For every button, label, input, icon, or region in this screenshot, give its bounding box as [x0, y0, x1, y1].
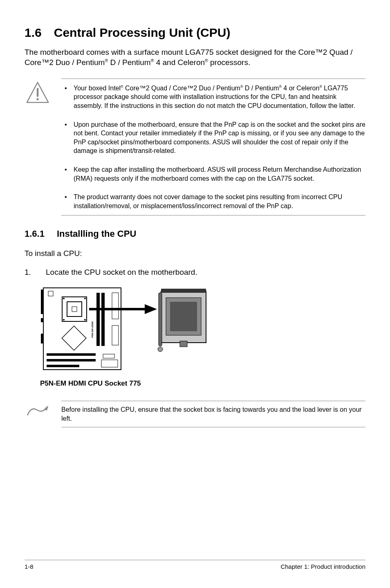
subsection-heading: 1.6.1 Installling the CPU: [25, 228, 365, 240]
section-title: Central Processing Unit (CPU): [54, 25, 231, 41]
svg-rect-24: [112, 325, 119, 345]
subsection-number: 1.6.1: [25, 228, 45, 240]
svg-rect-18: [62, 326, 86, 350]
svg-rect-3: [43, 288, 121, 370]
svg-rect-14: [48, 291, 53, 296]
warning-triangle-icon: [26, 79, 50, 216]
svg-point-13: [84, 319, 86, 321]
tip-text: Before installing the CPU, ensure that t…: [61, 401, 365, 427]
reg-mark: ®: [105, 58, 108, 63]
step-number: 1.: [25, 267, 36, 278]
page-footer: 1-8 Chapter 1: Product introduction: [25, 560, 365, 571]
svg-point-10: [63, 298, 65, 299]
svg-point-2: [36, 98, 38, 100]
warning-body: Your boxed Intel® Core™2 Quad / Core™2 D…: [61, 79, 365, 216]
pencil-note-icon: [26, 401, 50, 427]
svg-rect-16: [101, 293, 105, 346]
svg-point-12: [63, 319, 65, 321]
tip-body: Before installing the CPU, ensure that t…: [61, 401, 365, 427]
svg-rect-23: [103, 354, 114, 358]
svg-rect-6: [41, 334, 43, 343]
board-label-text: P5N-EM HDMI: [91, 321, 94, 338]
section-heading: 1.6 Central Processing Unit (CPU): [25, 25, 365, 41]
warning-item: The product warranty does not cover dama…: [61, 188, 365, 215]
warning-callout: Your boxed Intel® Core™2 Quad / Core™2 D…: [26, 79, 365, 216]
svg-rect-21: [47, 365, 79, 367]
install-intro: To install a CPU:: [25, 248, 365, 259]
svg-rect-30: [170, 302, 197, 331]
motherboard-diagram: P5N-EM HDMI: [40, 285, 365, 377]
warning-item: Keep the cap after installing the mother…: [61, 160, 365, 188]
svg-rect-19: [47, 353, 96, 356]
intro-text-b: D / Pentium: [108, 58, 151, 67]
svg-point-32: [158, 347, 163, 352]
tip-callout: Before installing the CPU, ensure that t…: [26, 401, 365, 427]
warning-item: Your boxed Intel® Core™2 Quad / Core™2 D…: [61, 79, 365, 115]
svg-rect-33: [180, 341, 187, 347]
divider: [61, 427, 365, 427]
motherboard-svg-icon: P5N-EM HDMI: [40, 285, 212, 375]
warning-item: Upon purchase of the motherboard, ensure…: [61, 115, 365, 160]
step-1: 1. Locate the CPU socket on the motherbo…: [25, 267, 365, 278]
svg-rect-20: [47, 359, 96, 361]
svg-rect-17: [112, 293, 119, 319]
warn-text: The product warranty does not cover dama…: [74, 193, 342, 209]
reg-mark: ®: [205, 58, 208, 63]
warn-text: Upon purchase of the motherboard, ensure…: [74, 121, 365, 155]
chapter-label: Chapter 1: Product introduction: [280, 563, 365, 571]
diagram-caption: P5N-EM HDMI CPU Socket 775: [40, 379, 365, 388]
svg-marker-26: [145, 304, 157, 314]
svg-point-11: [84, 298, 86, 299]
svg-rect-28: [161, 289, 206, 293]
section-number: 1.6: [25, 25, 42, 41]
svg-rect-4: [41, 290, 43, 314]
warn-text: Core™2 Quad / Core™2 Duo / Pentium: [123, 85, 240, 92]
divider: [61, 215, 365, 215]
subsection-title: Installling the CPU: [57, 228, 136, 240]
svg-rect-15: [96, 293, 100, 346]
svg-rect-8: [67, 302, 82, 316]
intro-text-d: processors.: [208, 58, 250, 67]
intro-paragraph: The motherboard comes with a surface mou…: [25, 47, 365, 68]
warn-text: Keep the cap after installing the mother…: [74, 166, 361, 182]
warn-text: 4 or Celeron: [282, 85, 320, 92]
svg-rect-5: [41, 318, 43, 322]
warn-text: Your boxed Intel: [74, 85, 121, 92]
svg-rect-31: [159, 293, 162, 346]
svg-rect-22: [101, 360, 118, 367]
warn-text: D / Pentium: [243, 85, 279, 92]
page-number: 1-8: [25, 563, 34, 571]
step-text: Locate the CPU socket on the motherboard…: [46, 267, 197, 278]
intro-text-c: 4 and Celeron: [154, 58, 205, 67]
